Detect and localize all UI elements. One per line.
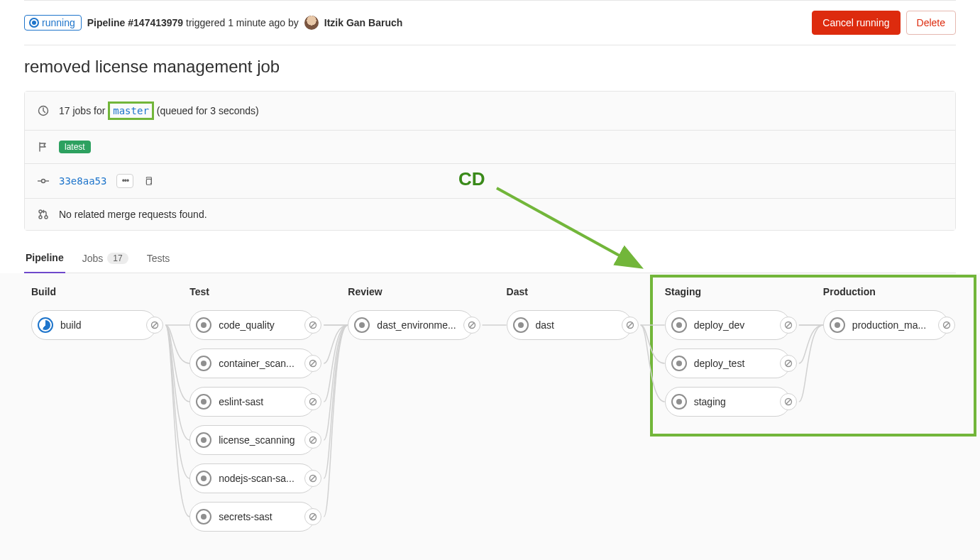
stage-column: Reviewdast_environme...	[348, 286, 473, 540]
cancel-job-icon[interactable]	[938, 317, 955, 334]
job-pill[interactable]: staging	[665, 387, 791, 417]
svg-line-12	[311, 323, 315, 327]
copy-sha-button[interactable]	[143, 176, 153, 186]
avatar[interactable]	[304, 16, 319, 30]
job-pill[interactable]: eslint-sast	[189, 387, 315, 417]
status-created-icon	[671, 317, 687, 333]
stage-title: Staging	[665, 286, 791, 297]
commit-icon	[38, 175, 49, 187]
job-name: production_ma...	[852, 319, 942, 331]
job-name: deploy_dev	[694, 319, 784, 331]
job-pill[interactable]: secrets-sast	[189, 502, 315, 532]
svg-line-16	[311, 400, 315, 404]
job-name: build	[60, 319, 150, 331]
job-pill[interactable]: license_scanning	[189, 425, 315, 455]
cd-annotation-label: CD	[458, 168, 485, 190]
latest-row: latest	[25, 131, 955, 164]
cancel-job-icon[interactable]	[304, 508, 321, 525]
job-pill[interactable]: production_ma...	[823, 310, 949, 340]
cancel-job-icon[interactable]	[780, 317, 797, 334]
svg-line-10	[153, 323, 157, 327]
commit-row: 33e8aa53 •••	[25, 164, 955, 199]
status-created-icon	[196, 471, 211, 486]
job-name: dast	[536, 319, 626, 331]
pipeline-info-panel: 17 jobs for master (queued for 3 seconds…	[24, 91, 956, 231]
job-name: secrets-sast	[219, 511, 309, 522]
stage-column: Testcode_qualitycontainer_scan...eslint-…	[189, 286, 315, 540]
status-created-icon	[354, 317, 370, 333]
pipeline-header: running Pipeline #147413979 triggered 1 …	[24, 1, 956, 45]
svg-line-28	[786, 323, 791, 327]
cancel-job-icon[interactable]	[463, 317, 480, 334]
job-name: nodejs-scan-sa...	[219, 473, 309, 484]
job-pill[interactable]: container_scan...	[189, 348, 315, 378]
mr-row: No related merge requests found.	[25, 199, 955, 230]
svg-line-30	[786, 361, 791, 366]
cancel-job-icon[interactable]	[622, 317, 639, 334]
stage-title: Dast	[507, 286, 632, 297]
job-pill[interactable]: nodejs-scan-sa...	[189, 463, 315, 493]
job-name: license_scanning	[219, 434, 309, 446]
commit-link[interactable]: 33e8aa53	[59, 175, 106, 187]
svg-line-32	[786, 400, 791, 404]
branch-link[interactable]: master	[110, 105, 152, 116]
cancel-job-icon[interactable]	[780, 355, 797, 372]
stage-column: Stagingdeploy_devdeploy_teststaging	[665, 286, 791, 540]
job-name: container_scan...	[219, 358, 309, 369]
stage-column: Productionproduction_ma...	[823, 286, 949, 540]
tab-jobs[interactable]: Jobs 17	[81, 243, 130, 273]
running-icon	[29, 18, 39, 28]
job-pill[interactable]: dast	[507, 310, 632, 340]
cancel-job-icon[interactable]	[780, 393, 797, 410]
tab-tests[interactable]: Tests	[145, 243, 172, 273]
status-running-icon	[38, 317, 53, 333]
job-pill[interactable]: code_quality	[189, 310, 315, 340]
cancel-job-icon[interactable]	[304, 470, 321, 487]
status-badge[interactable]: running	[24, 15, 82, 31]
flag-icon	[38, 141, 49, 153]
job-pill[interactable]: dast_environme...	[348, 310, 473, 340]
svg-line-20	[311, 476, 315, 481]
pipeline-info: Pipeline #147413979 triggered 1 minute a…	[87, 17, 299, 28]
branch-highlight: master	[108, 101, 154, 120]
job-pill[interactable]: deploy_dev	[665, 310, 791, 340]
status-created-icon	[196, 509, 211, 525]
status-created-icon	[671, 356, 687, 371]
pipeline-graph: BuildbuildTestcode_qualitycontainer_scan…	[31, 286, 949, 540]
mr-text: No related merge requests found.	[59, 209, 207, 220]
cancel-job-icon[interactable]	[304, 432, 321, 449]
job-name: staging	[694, 396, 784, 407]
stage-title: Test	[189, 286, 315, 297]
page-title: removed license management job	[24, 57, 956, 77]
status-created-icon	[196, 317, 211, 333]
tab-pipeline[interactable]: Pipeline	[24, 243, 65, 273]
cancel-running-button[interactable]: Cancel running	[812, 11, 900, 35]
svg-point-1	[42, 180, 45, 183]
cancel-job-icon[interactable]	[304, 355, 321, 372]
cancel-job-icon[interactable]	[146, 317, 163, 334]
svg-line-14	[311, 361, 315, 366]
job-pill[interactable]: deploy_test	[665, 348, 791, 378]
svg-line-22	[311, 515, 315, 519]
svg-line-18	[311, 438, 315, 442]
svg-point-5	[39, 210, 42, 213]
svg-line-24	[470, 323, 474, 327]
status-created-icon	[196, 432, 211, 448]
user-link[interactable]: Itzik Gan Baruch	[324, 17, 402, 28]
cancel-job-icon[interactable]	[304, 393, 321, 410]
svg-line-26	[628, 323, 632, 327]
commit-menu-button[interactable]: •••	[116, 174, 133, 188]
job-pill[interactable]: build	[31, 310, 157, 340]
job-name: deploy_test	[694, 358, 784, 369]
status-created-icon	[830, 317, 845, 333]
status-created-icon	[196, 356, 211, 371]
stage-title: Review	[348, 286, 473, 297]
status-created-icon	[196, 394, 211, 410]
stage-column: Buildbuild	[31, 286, 157, 540]
delete-button[interactable]: Delete	[906, 11, 956, 35]
merge-request-icon	[38, 209, 49, 220]
cancel-job-icon[interactable]	[304, 317, 321, 334]
status-created-icon	[671, 394, 687, 410]
job-name: code_quality	[219, 319, 309, 331]
stage-column: Dastdast	[507, 286, 632, 540]
